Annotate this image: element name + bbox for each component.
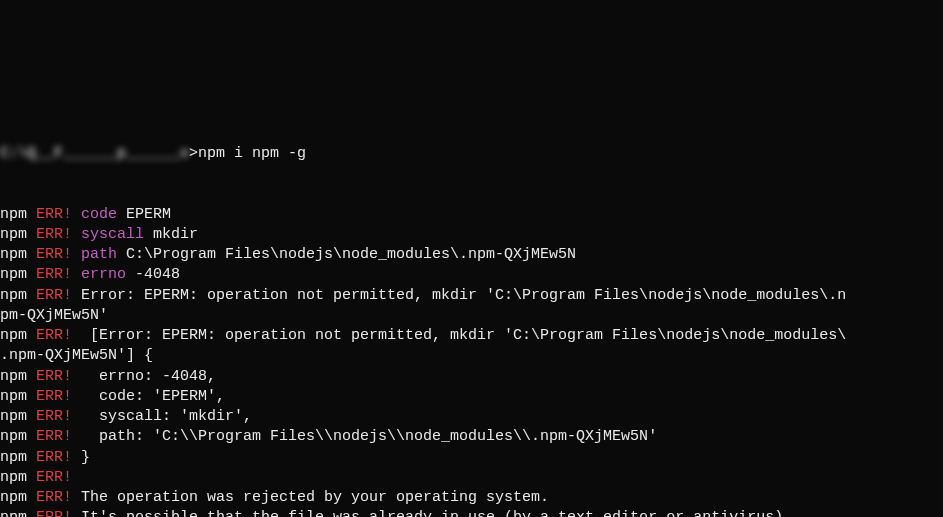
npm-prefix: npm <box>0 206 36 223</box>
err-tag: ERR! <box>36 469 72 486</box>
output-line: npm ERR! code EPERM <box>0 205 943 225</box>
err-message: [Error: EPERM: operation not permitted, … <box>72 327 846 344</box>
npm-prefix: npm <box>0 509 36 517</box>
err-message: -4048 <box>126 266 180 283</box>
npm-prefix: npm <box>0 469 36 486</box>
err-message: code: 'EPERM', <box>72 388 225 405</box>
err-tag: ERR! <box>36 246 72 263</box>
output-line: npm ERR! <box>0 468 943 488</box>
err-message: } <box>72 449 90 466</box>
err-message: path: 'C:\\Program Files\\nodejs\\node_m… <box>72 428 657 445</box>
npm-prefix: npm <box>0 226 36 243</box>
err-tag: ERR! <box>36 388 72 405</box>
terminal-output[interactable]: C:\Q__F______p______o>npm i npm -g npm E… <box>0 101 943 517</box>
err-tag: ERR! <box>36 449 72 466</box>
err-message: EPERM <box>117 206 171 223</box>
err-message: .npm-QXjMEw5N'] { <box>0 347 153 364</box>
output-line: npm ERR! path C:\Program Files\nodejs\no… <box>0 245 943 265</box>
err-message: mkdir <box>144 226 198 243</box>
prompt-line: C:\Q__F______p______o>npm i npm -g <box>0 144 943 164</box>
err-message: It's possible that the file was already … <box>72 509 792 517</box>
output-line: npm ERR! Error: EPERM: operation not per… <box>0 286 943 306</box>
npm-prefix: npm <box>0 368 36 385</box>
npm-prefix: npm <box>0 246 36 263</box>
err-message: pm-QXjMEw5N' <box>0 307 108 324</box>
npm-prefix: npm <box>0 266 36 283</box>
err-message: The operation was rejected by your opera… <box>72 489 549 506</box>
err-keyword: code <box>72 206 117 223</box>
npm-prefix: npm <box>0 449 36 466</box>
err-message: syscall: 'mkdir', <box>72 408 252 425</box>
npm-prefix: npm <box>0 287 36 304</box>
output-line: npm ERR! The operation was rejected by y… <box>0 488 943 508</box>
err-tag: ERR! <box>36 428 72 445</box>
err-keyword: syscall <box>72 226 144 243</box>
err-message: errno: -4048, <box>72 368 216 385</box>
output-line: npm ERR! errno -4048 <box>0 265 943 285</box>
npm-prefix: npm <box>0 388 36 405</box>
output-line: .npm-QXjMEw5N'] { <box>0 346 943 366</box>
err-message: C:\Program Files\nodejs\node_modules\.np… <box>117 246 576 263</box>
err-tag: ERR! <box>36 408 72 425</box>
output-line: npm ERR! syscall mkdir <box>0 225 943 245</box>
err-tag: ERR! <box>36 226 72 243</box>
err-tag: ERR! <box>36 206 72 223</box>
err-keyword: errno <box>72 266 126 283</box>
npm-prefix: npm <box>0 428 36 445</box>
err-tag: ERR! <box>36 287 72 304</box>
err-tag: ERR! <box>36 509 72 517</box>
err-tag: ERR! <box>36 266 72 283</box>
output-line: npm ERR! errno: -4048, <box>0 367 943 387</box>
npm-prefix: npm <box>0 489 36 506</box>
output-line: npm ERR! code: 'EPERM', <box>0 387 943 407</box>
err-tag: ERR! <box>36 327 72 344</box>
output-line: npm ERR! [Error: EPERM: operation not pe… <box>0 326 943 346</box>
err-tag: ERR! <box>36 489 72 506</box>
err-message: Error: EPERM: operation not permitted, m… <box>72 287 846 304</box>
output-line: npm ERR! It's possible that the file was… <box>0 508 943 517</box>
npm-prefix: npm <box>0 408 36 425</box>
prompt-path-masked: C:\Q__F______p______o <box>0 144 189 164</box>
output-line: npm ERR! } <box>0 448 943 468</box>
output-line: npm ERR! path: 'C:\\Program Files\\nodej… <box>0 427 943 447</box>
prompt-command: >npm i npm -g <box>189 145 306 162</box>
err-keyword: path <box>72 246 117 263</box>
npm-prefix: npm <box>0 327 36 344</box>
err-tag: ERR! <box>36 368 72 385</box>
output-line: pm-QXjMEw5N' <box>0 306 943 326</box>
output-line: npm ERR! syscall: 'mkdir', <box>0 407 943 427</box>
